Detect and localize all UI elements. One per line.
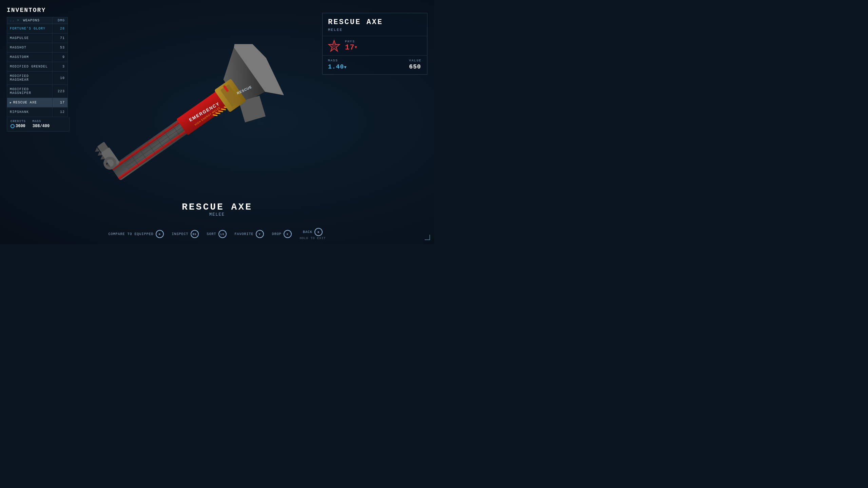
weapon-dmg-cell: 12	[53, 108, 68, 117]
weapon-name-cell: MAGSHOT	[7, 43, 53, 53]
value-value: 650	[409, 63, 422, 70]
weapon-row[interactable]: RIPSHANK12	[7, 108, 68, 117]
mass-label: MASS	[328, 59, 347, 62]
action-inspect[interactable]: INSPECT RS	[172, 230, 199, 238]
weapon-display: EMERGENCY HIGH ENERGY MELEE	[68, 27, 319, 224]
detail-panel: RESCUE AXE MELEE PHYS 17▼ MASS 1.40▼	[322, 13, 427, 75]
phys-value: 17▼	[345, 43, 358, 52]
mass-value: 1.40▼	[328, 63, 347, 70]
mass-footer-value: 308/400	[33, 124, 50, 129]
breadcrumb-parent: .. >	[10, 19, 19, 22]
sort-label: SORT	[207, 232, 216, 236]
credits-label: CREDITS	[11, 120, 26, 123]
weapon-name-big: RESCUE AXE	[182, 202, 252, 212]
inspect-icon: RS	[193, 233, 197, 236]
phys-icon	[328, 40, 340, 52]
detail-name: RESCUE AXE	[323, 13, 427, 28]
corner-indicator	[425, 235, 430, 240]
weapon-dmg-cell: 9	[53, 53, 68, 62]
detail-mass-value-row: MASS 1.40▼ VALUE 650	[323, 56, 427, 74]
weapon-name-overlay: RESCUE AXE MELEE	[182, 202, 252, 217]
weapon-row[interactable]: MODIFIED MAGSNIPER223	[7, 85, 68, 98]
credits-value: 3600	[11, 124, 26, 129]
compare-icon: ⊕	[159, 233, 161, 236]
weapon-row[interactable]: MAGSTORM9	[7, 53, 68, 62]
favorite-icon: Y	[259, 233, 261, 236]
dmg-header: DMG	[53, 17, 68, 24]
inspect-btn[interactable]: RS	[191, 230, 199, 238]
weapon-dmg-cell: 17	[53, 98, 68, 108]
action-drop[interactable]: DROP X	[272, 230, 292, 238]
weapon-row[interactable]: FORTUNE'S GLORY28	[7, 24, 68, 34]
weapon-dmg-cell: 223	[53, 85, 68, 98]
back-label: BACK	[303, 230, 312, 234]
weapon-row[interactable]: MAGSHOT53	[7, 43, 68, 53]
mass-arrow: ▼	[344, 65, 347, 70]
credits-icon	[11, 124, 15, 128]
action-favorite[interactable]: FAVORITE Y	[235, 230, 264, 238]
weapon-dmg-cell: 53	[53, 43, 68, 53]
weapon-name-cell: RESCUE AXE	[7, 98, 53, 108]
drop-icon: X	[287, 233, 289, 236]
weapon-row[interactable]: MAGPULSE71	[7, 34, 68, 43]
sort-btn[interactable]: LS	[218, 230, 227, 238]
phys-label: PHYS	[345, 40, 358, 43]
page-container: INVENTORY .. > WEAPONS DMG FORTUNE'S GLO…	[0, 0, 434, 244]
back-sub-label: HOLD TO EXIT	[300, 237, 326, 240]
action-sort[interactable]: SORT LS	[207, 230, 227, 238]
weapons-table: .. > WEAPONS DMG FORTUNE'S GLORY28MAGPUL…	[7, 17, 68, 117]
weapon-row[interactable]: MODIFIED GRENDEL3	[7, 62, 68, 72]
phys-arrow: ▼	[354, 45, 357, 50]
action-compare[interactable]: COMPARE TO EQUIPPED ⊕	[109, 230, 164, 238]
detail-type: MELEE	[323, 28, 427, 36]
compare-btn[interactable]: ⊕	[156, 230, 164, 238]
breadcrumb-current: WEAPONS	[23, 19, 40, 22]
value-label: VALUE	[409, 59, 422, 62]
weapon-name-cell: MAGSTORM	[7, 53, 53, 62]
weapon-name-cell: MODIFIED MAGSHEAR	[7, 72, 53, 85]
weapon-name-cell: MODIFIED MAGSNIPER	[7, 85, 53, 98]
drop-label: DROP	[272, 232, 282, 236]
weapon-dmg-cell: 3	[53, 62, 68, 72]
weapon-svg: EMERGENCY HIGH ENERGY MELEE	[68, 27, 319, 224]
mass-footer-label: MASS	[33, 120, 50, 123]
weapon-type-sub: MELEE	[182, 212, 252, 217]
weapon-name-cell: RIPSHANK	[7, 108, 53, 117]
inventory-panel: INVENTORY .. > WEAPONS DMG FORTUNE'S GLO…	[7, 7, 70, 132]
favorite-btn[interactable]: Y	[256, 230, 264, 238]
sort-icon: LS	[220, 233, 225, 236]
inspect-label: INSPECT	[172, 232, 189, 236]
weapon-dmg-cell: 28	[53, 24, 68, 34]
weapon-name-cell: FORTUNE'S GLORY	[7, 24, 53, 34]
drop-btn[interactable]: X	[284, 230, 292, 238]
back-btn[interactable]: B	[314, 228, 323, 236]
detail-stats: PHYS 17▼	[323, 36, 427, 56]
inventory-title: INVENTORY	[7, 7, 70, 14]
back-icon: B	[317, 231, 320, 234]
action-bar: COMPARE TO EQUIPPED ⊕ INSPECT RS SORT LS…	[0, 228, 434, 240]
weapon-dmg-cell: 10	[53, 72, 68, 85]
weapon-dmg-cell: 71	[53, 34, 68, 43]
back-group[interactable]: BACK B HOLD TO EXIT	[300, 228, 326, 240]
weapon-row[interactable]: RESCUE AXE17	[7, 98, 68, 108]
inventory-footer: CREDITS 3600 MASS 308/400	[7, 117, 70, 132]
favorite-label: FAVORITE	[235, 232, 254, 236]
weapon-name-cell: MAGPULSE	[7, 34, 53, 43]
weapon-row[interactable]: MODIFIED MAGSHEAR10	[7, 72, 68, 85]
compare-label: COMPARE TO EQUIPPED	[109, 232, 154, 236]
weapon-name-cell: MODIFIED GRENDEL	[7, 62, 53, 72]
